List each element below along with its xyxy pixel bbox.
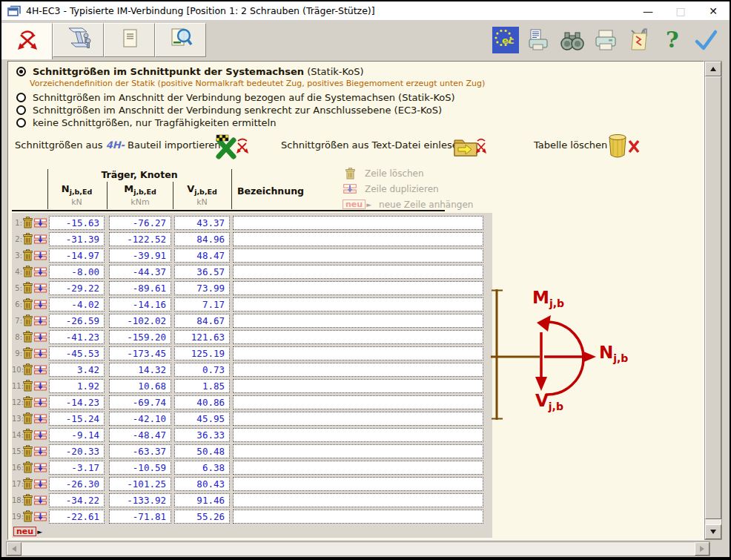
bezeichnung-input[interactable]	[233, 395, 483, 409]
option-4-label[interactable]: keine Schnittgrößen, nur Tragfähigkeiten…	[33, 117, 276, 128]
v-input[interactable]: 6.38	[174, 461, 230, 475]
n-input[interactable]: -14.97	[49, 248, 105, 263]
bezeichnung-input[interactable]	[233, 216, 483, 230]
duplicate-row-button[interactable]	[34, 398, 47, 407]
bezeichnung-input[interactable]	[233, 412, 483, 426]
n-input[interactable]: 1.92	[49, 379, 105, 393]
v-input[interactable]: 36.57	[174, 265, 230, 279]
tab-document[interactable]	[104, 23, 155, 57]
option-2-label[interactable]: Schnittgrößen im Anschnitt der Verbindun…	[33, 92, 455, 103]
n-input[interactable]: -29.22	[49, 281, 105, 295]
close-button[interactable]: ✕	[697, 2, 730, 20]
delete-row-button[interactable]	[23, 217, 33, 228]
m-input[interactable]: -102.02	[109, 314, 171, 328]
m-input[interactable]: -122.52	[109, 232, 171, 246]
n-input[interactable]: 3.42	[49, 363, 105, 377]
duplicate-row-button[interactable]	[34, 430, 47, 440]
v-input[interactable]: 36.33	[174, 428, 230, 442]
bezeichnung-input[interactable]	[233, 493, 483, 507]
option-3-label[interactable]: Schnittgrößen im Anschnitt der Verbindun…	[33, 105, 442, 116]
duplicate-row-button[interactable]	[34, 479, 47, 489]
duplicate-row-button[interactable]	[34, 283, 47, 293]
v-input[interactable]: 0.73	[174, 363, 230, 377]
v-input[interactable]: 48.47	[174, 248, 230, 263]
read-textfile-button[interactable]	[452, 135, 486, 163]
bezeichnung-input[interactable]	[233, 346, 483, 360]
delete-row-button[interactable]	[23, 429, 33, 441]
delete-row-button[interactable]	[23, 510, 33, 522]
v-input[interactable]: 121.63	[174, 330, 230, 344]
delete-row-button[interactable]	[23, 461, 33, 473]
m-input[interactable]: -63.37	[109, 444, 171, 458]
delete-row-button[interactable]	[23, 396, 33, 408]
m-input[interactable]: -69.74	[109, 395, 171, 409]
n-input[interactable]: -31.39	[49, 232, 105, 246]
n-input[interactable]: -34.22	[49, 493, 105, 507]
delete-row-button[interactable]	[23, 282, 33, 294]
bezeichnung-input[interactable]	[233, 477, 483, 491]
scroll-up-button[interactable]	[705, 62, 721, 76]
delete-row-button[interactable]	[23, 331, 33, 343]
radio-anschnitt-systemachsen[interactable]	[16, 93, 26, 102]
duplicate-row-button[interactable]	[34, 332, 47, 342]
n-input[interactable]: -26.59	[49, 314, 105, 328]
delete-row-button[interactable]	[23, 233, 33, 245]
n-input[interactable]: -41.23	[49, 330, 105, 344]
horizontal-scrollbar[interactable]	[6, 541, 710, 556]
v-input[interactable]: 80.43	[174, 477, 230, 491]
v-input[interactable]: 91.46	[174, 493, 230, 507]
delete-row-button[interactable]	[23, 412, 33, 424]
m-input[interactable]: 10.68	[109, 379, 171, 393]
delete-row-button[interactable]	[23, 266, 33, 277]
v-input[interactable]: 43.37	[174, 216, 230, 230]
n-input[interactable]: -9.14	[49, 428, 105, 442]
notes-button[interactable]	[626, 27, 652, 53]
tab-print-preview[interactable]	[155, 23, 206, 57]
n-input[interactable]: -20.33	[49, 444, 105, 458]
m-input[interactable]: -39.91	[109, 248, 171, 263]
v-input[interactable]: 50.48	[174, 444, 230, 458]
radio-keine-schnittgroessen[interactable]	[16, 118, 26, 128]
m-input[interactable]: -89.61	[109, 281, 171, 295]
clear-table-button[interactable]	[605, 132, 641, 163]
delete-row-button[interactable]	[23, 347, 33, 359]
duplicate-row-button[interactable]	[34, 218, 47, 228]
v-input[interactable]: 1.85	[174, 379, 230, 393]
help-button[interactable]: ?	[659, 27, 686, 53]
delete-row-button[interactable]	[23, 445, 33, 457]
m-input[interactable]: -159.20	[109, 330, 171, 344]
bezeichnung-input[interactable]	[233, 510, 483, 524]
radio-schnittpunkt-systemachsen[interactable]	[16, 67, 26, 76]
v-input[interactable]: 84.96	[174, 232, 230, 246]
n-input[interactable]: -3.17	[49, 461, 105, 475]
m-input[interactable]: -42.10	[109, 412, 171, 426]
bezeichnung-input[interactable]	[233, 297, 483, 312]
minimize-button[interactable]: —	[632, 2, 664, 20]
m-input[interactable]: -173.45	[109, 346, 171, 360]
v-input[interactable]: 7.17	[174, 297, 230, 312]
bezeichnung-input[interactable]	[233, 265, 483, 279]
n-input[interactable]: -14.23	[49, 395, 105, 409]
print-list-button[interactable]	[526, 27, 552, 53]
duplicate-row-button[interactable]	[34, 300, 47, 309]
bezeichnung-input[interactable]	[233, 232, 483, 246]
new-row-button[interactable]: neu►	[13, 527, 42, 536]
m-input[interactable]: -44.37	[109, 265, 171, 279]
n-input[interactable]: -26.30	[49, 477, 105, 491]
delete-row-button[interactable]	[23, 249, 33, 261]
v-input[interactable]: 73.99	[174, 281, 230, 295]
m-input[interactable]: -76.27	[109, 216, 171, 230]
maximize-button[interactable]: □	[664, 2, 697, 20]
n-input[interactable]: -8.00	[49, 265, 105, 279]
duplicate-row-button[interactable]	[34, 463, 47, 472]
delete-row-button[interactable]	[23, 314, 33, 326]
v-input[interactable]: 45.95	[174, 412, 230, 426]
bezeichnung-input[interactable]	[233, 461, 483, 475]
bezeichnung-input[interactable]	[233, 281, 483, 295]
radio-anschnitt-anschlussebene[interactable]	[16, 105, 26, 115]
delete-row-button[interactable]	[23, 478, 33, 490]
vertical-scrollbar[interactable]	[704, 61, 722, 540]
scroll-down-button[interactable]	[705, 524, 721, 539]
duplicate-row-button[interactable]	[34, 381, 47, 391]
m-input[interactable]: -101.25	[109, 477, 171, 491]
